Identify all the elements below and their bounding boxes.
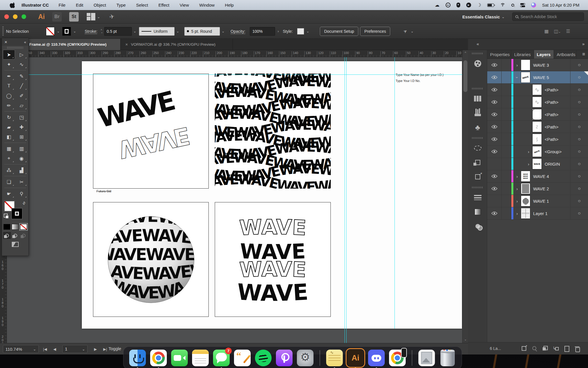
visibility-toggle[interactable] <box>487 158 502 170</box>
minimize-window-button[interactable] <box>13 14 18 19</box>
select-similar-icon[interactable]: ➤ <box>402 28 409 34</box>
visibility-toggle[interactable] <box>487 59 502 71</box>
eraser-tool[interactable]: ▱ <box>16 101 28 110</box>
layer-target-icon[interactable]: ○ <box>570 195 588 207</box>
layer-row[interactable]: › WAVE 5 ○ <box>487 71 588 84</box>
scroll-down-icon[interactable]: ⌄ <box>463 338 468 341</box>
edit-column[interactable] <box>502 133 511 145</box>
layer-row[interactable]: › <Path> ○ <box>487 133 588 145</box>
brushes-panel-icon[interactable] <box>468 106 487 120</box>
none-button[interactable] <box>20 224 27 230</box>
scroll-up-icon[interactable]: ^ <box>463 51 468 55</box>
line-segment-tool[interactable]: ╱ <box>16 81 28 91</box>
guide-horizontal[interactable] <box>7 74 462 75</box>
visibility-toggle[interactable] <box>487 133 502 145</box>
expand-chevron-icon[interactable]: › <box>515 74 520 81</box>
brush-definition-field[interactable]: 5 pt. Round <box>184 27 220 36</box>
expand-panels-icon[interactable]: » <box>582 41 585 46</box>
menu-file[interactable]: File <box>59 3 65 7</box>
visibility-toggle[interactable] <box>487 170 502 182</box>
style-swatch[interactable] <box>297 28 304 34</box>
tab-libraries[interactable]: Libraries <box>511 50 534 59</box>
dock-item-system-preferences[interactable] <box>297 350 314 366</box>
gradient-button[interactable] <box>12 224 19 230</box>
do-not-disturb-icon[interactable]: ☽ <box>477 3 481 7</box>
lasso-tool[interactable]: ∿ <box>16 60 28 69</box>
panel-list-icon[interactable]: ☰ <box>566 28 570 34</box>
layer-target-icon[interactable]: ○ <box>570 59 588 71</box>
control-center-icon[interactable] <box>520 3 525 7</box>
layer-thumbnail[interactable] <box>521 208 530 219</box>
default-fill-stroke-icon[interactable] <box>4 214 8 218</box>
hand-tool[interactable]: ☛ <box>3 189 15 199</box>
puppet-warp-tool[interactable]: ✚ <box>16 122 28 132</box>
draw-inside-button[interactable] <box>20 232 28 239</box>
layer-thumbnail[interactable] <box>532 121 542 132</box>
stroke-weight-chevron-icon[interactable]: ⌄ <box>132 27 138 36</box>
layer-row[interactable]: › WAVE 1 ○ <box>487 195 588 207</box>
guide-vertical-2[interactable] <box>346 57 347 343</box>
expand-chevron-icon[interactable]: › <box>525 149 532 154</box>
layer-row[interactable]: › WAVE 3 ○ <box>487 59 588 71</box>
arrange-grid-icon[interactable]: ▦ <box>544 28 549 34</box>
screen-mode-button[interactable] <box>12 242 19 247</box>
layer-label[interactable]: <Path> <box>545 112 558 117</box>
layer-thumbnail[interactable] <box>521 195 530 206</box>
menu-view[interactable]: View <box>180 3 189 7</box>
panel-drag-grip[interactable] <box>7 46 23 49</box>
rotate-tool[interactable]: ↻ <box>3 112 15 122</box>
blend-tool[interactable]: ◉ <box>16 154 28 163</box>
close-window-button[interactable] <box>4 14 9 19</box>
artboard-wave-stack[interactable]: WAVEWAVEWAVEWAVE <box>215 202 331 317</box>
stock-button[interactable]: St <box>69 12 79 22</box>
menu-type[interactable]: Type <box>116 3 126 7</box>
layer-row[interactable]: › WAVE 2 ○ <box>487 183 588 195</box>
guide-vertical-3[interactable] <box>394 57 395 329</box>
fill-swatch[interactable] <box>46 27 55 36</box>
collapse-panel-icon[interactable]: « <box>24 40 26 44</box>
menu-app-name[interactable]: Illustrator CC <box>22 3 49 7</box>
visibility-toggle[interactable] <box>487 145 502 158</box>
symbols-panel-icon[interactable]: ♣ <box>468 120 487 135</box>
expand-chevron-icon[interactable]: › <box>513 199 521 204</box>
chevron-down-icon[interactable]: ⌄ <box>97 15 100 19</box>
layer-thumbnail[interactable] <box>532 146 542 157</box>
opacity-label[interactable]: Opacity: <box>231 29 245 34</box>
canvas[interactable]: WAVE WAVE WAVEWAVEWAVEWAVEWAVEWAVEWAVEWA… <box>7 57 462 343</box>
layer-target-icon[interactable]: ○ <box>570 96 588 108</box>
tab-vormator-ai[interactable]: ✕ VORMATOR.ai @ 336.7% (CMYK/GPU Preview… <box>120 39 233 50</box>
guide-vertical-1[interactable] <box>345 57 345 343</box>
collect-for-export-icon[interactable] <box>521 346 527 351</box>
strip-grip[interactable] <box>472 87 483 90</box>
dock-item-stickies[interactable] <box>326 350 343 366</box>
style-chevron-icon[interactable]: ⌄ <box>305 27 311 36</box>
layer-label[interactable]: <Path> <box>545 137 558 142</box>
edit-column[interactable] <box>502 183 511 195</box>
color-panel-icon[interactable] <box>468 56 487 71</box>
make-clipping-mask-icon[interactable] <box>542 346 548 351</box>
previous-artboard-button[interactable]: ◀ <box>53 347 56 351</box>
edit-column[interactable] <box>502 59 511 71</box>
ellipse-tool[interactable]: ◯ <box>3 91 15 101</box>
selection-tool[interactable]: ➤ <box>3 50 15 60</box>
layer-thumbnail[interactable] <box>532 158 542 169</box>
scrollbar-thumb[interactable] <box>463 60 467 92</box>
zoom-level-select[interactable]: 110.74% ⌄ <box>3 345 39 353</box>
tab-frame-ai[interactable]: Frame.ai @ 110.74% (CMYK/GPU Preview) <box>28 39 120 50</box>
adobe-stock-search-input[interactable]: Search Adobe Stock <box>512 12 584 21</box>
artboard-tool[interactable]: ❏ <box>3 177 15 187</box>
artboards-panel-icon[interactable] <box>468 155 487 170</box>
layer-target-icon[interactable]: ○ <box>570 207 588 219</box>
layer-label[interactable]: <Path> <box>545 100 558 105</box>
fill-chevron-icon[interactable]: ⌄ <box>55 27 61 36</box>
dock-item-discord[interactable] <box>368 350 385 366</box>
layer-thumbnail[interactable] <box>532 134 542 145</box>
bridge-button[interactable]: Br <box>52 12 62 22</box>
dock-item-chrome[interactable] <box>150 350 167 366</box>
swap-fill-stroke-icon[interactable]: ⇄ <box>21 200 26 206</box>
new-layer-icon[interactable] <box>564 346 569 351</box>
dock-item-trash[interactable] <box>439 350 456 366</box>
layer-target-icon[interactable]: ○ <box>570 84 588 96</box>
layer-row[interactable]: › Layer 1 ○ <box>487 207 588 220</box>
menu-object[interactable]: Object <box>94 3 106 7</box>
